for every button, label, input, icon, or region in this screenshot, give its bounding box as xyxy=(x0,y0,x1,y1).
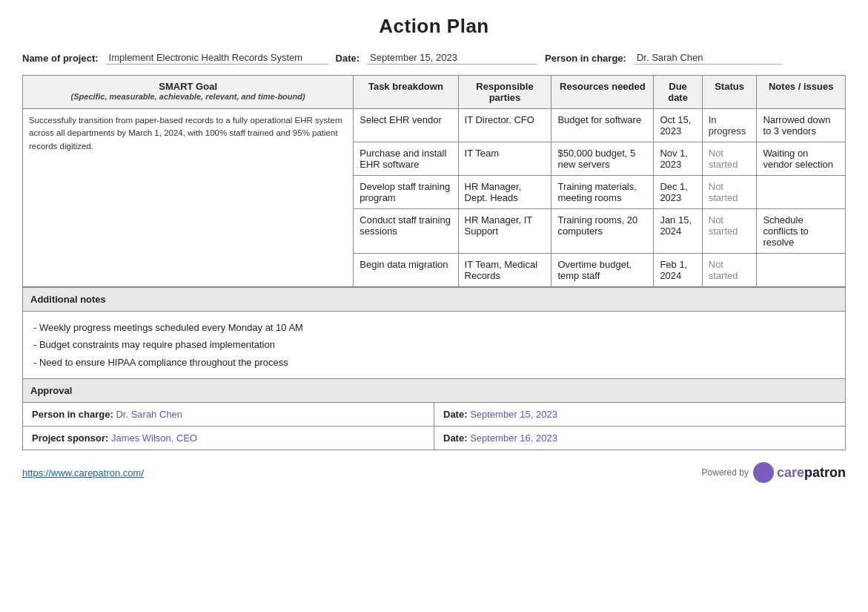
action-plan-table: SMART Goal (Specific, measurable, achiev… xyxy=(22,75,846,287)
approval-row: Project sponsor: James Wilson, CEO Date:… xyxy=(23,427,845,450)
task-cell: Develop staff training program xyxy=(354,176,458,209)
task-cell: Purchase and install EHR software xyxy=(354,142,458,176)
responsible-cell: IT Director, CFO xyxy=(458,109,551,142)
resources-cell: Training rooms, 20 computers xyxy=(551,209,654,254)
task-breakdown-header: Task breakdown xyxy=(354,76,458,109)
notes-cell: Narrowed down to 3 vendors xyxy=(757,109,846,142)
responsible-parties-header: Responsible parties xyxy=(458,76,551,109)
due-date-cell: Feb 1, 2024 xyxy=(654,254,702,287)
approval-person-value: Dr. Sarah Chen xyxy=(116,409,182,420)
responsible-cell: IT Team xyxy=(458,142,551,176)
additional-notes-content-row: - Weekly progress meetings scheduled eve… xyxy=(23,312,846,379)
responsible-cell: IT Team, Medical Records xyxy=(458,254,551,287)
notes-cell xyxy=(757,176,846,209)
additional-notes-header: Additional notes xyxy=(23,288,846,312)
status-cell: Not started xyxy=(702,254,757,287)
resources-cell: Training materials, meeting rooms xyxy=(551,176,654,209)
person-value: Dr. Sarah Chen xyxy=(634,51,782,65)
approval-date-value: September 16, 2023 xyxy=(470,432,557,444)
notes-cell xyxy=(757,254,846,287)
resources-cell: Budget for software xyxy=(551,109,654,142)
approval-date-value: September 15, 2023 xyxy=(470,409,557,420)
carepatron-link[interactable]: https://www.carepatron.com/ xyxy=(22,467,144,478)
notes-cell: Schedule conflicts to resolve xyxy=(757,209,846,254)
notes-cell: Waiting on vendor selection xyxy=(757,142,846,176)
resources-needed-header: Resources needed xyxy=(551,76,654,109)
task-cell: Conduct staff training sessions xyxy=(354,209,458,254)
meta-row: Name of project: Implement Electronic He… xyxy=(22,51,846,65)
smart-goal-title: SMART Goal xyxy=(29,81,347,92)
due-date-cell: Jan 15, 2024 xyxy=(654,209,702,254)
due-date-cell: Nov 1, 2023 xyxy=(654,142,702,176)
additional-notes-content: - Weekly progress meetings scheduled eve… xyxy=(23,312,846,379)
notes-line: - Weekly progress meetings scheduled eve… xyxy=(33,319,835,336)
approval-date-cell: Date: September 15, 2023 xyxy=(434,403,845,426)
approval-section: Approval Person in charge: Dr. Sarah Che… xyxy=(22,379,846,450)
carepatron-logo: carepatron xyxy=(753,462,846,483)
approval-rows: Person in charge: Dr. Sarah Chen Date: S… xyxy=(23,403,845,450)
due-date-cell: Oct 15, 2023 xyxy=(654,109,702,142)
approval-date-label: Date: xyxy=(443,409,468,420)
approval-person-label: Project sponsor: xyxy=(32,432,108,444)
approval-date-cell: Date: September 16, 2023 xyxy=(434,427,845,450)
approval-person-cell: Person in charge: Dr. Sarah Chen xyxy=(23,403,434,426)
status-cell: Not started xyxy=(702,209,757,254)
approval-person-cell: Project sponsor: James Wilson, CEO xyxy=(23,427,434,450)
approval-person-value: James Wilson, CEO xyxy=(111,432,197,444)
table-row: Successfully transition from paper-based… xyxy=(23,109,846,142)
notes-line: - Budget constraints may require phased … xyxy=(33,336,835,353)
resources-cell: $50,000 budget, 5 new servers xyxy=(551,142,654,176)
approval-date-label: Date: xyxy=(443,432,468,444)
due-date-header: Due date xyxy=(654,76,702,109)
notes-issues-header: Notes / issues xyxy=(757,76,846,109)
powered-by: Powered by carepatron xyxy=(702,462,846,483)
status-header: Status xyxy=(702,76,757,109)
smart-goal-desc-cell: Successfully transition from paper-based… xyxy=(23,109,354,287)
task-cell: Begin data migration xyxy=(354,254,458,287)
date-value: September 15, 2023 xyxy=(367,51,537,65)
page-title: Action Plan xyxy=(22,15,846,38)
status-cell: Not started xyxy=(702,176,757,209)
approval-row: Person in charge: Dr. Sarah Chen Date: S… xyxy=(23,403,845,427)
notes-line: - Need to ensure HIPAA compliance throug… xyxy=(33,354,835,371)
project-value: Implement Electronic Health Records Syst… xyxy=(106,51,328,65)
footer: https://www.carepatron.com/ Powered by c… xyxy=(22,462,846,483)
project-label: Name of project: xyxy=(22,53,99,64)
due-date-cell: Dec 1, 2023 xyxy=(654,176,702,209)
approval-person-label: Person in charge: xyxy=(32,409,113,420)
date-label: Date: xyxy=(336,53,360,64)
additional-notes-section: Additional notes - Weekly progress meeti… xyxy=(22,287,846,379)
brand-prefix: care xyxy=(777,465,804,480)
additional-notes-header-row: Additional notes xyxy=(23,288,846,312)
person-label: Person in charge: xyxy=(545,53,626,64)
status-cell: In progress xyxy=(702,109,757,142)
approval-header: Approval xyxy=(23,379,845,403)
powered-by-label: Powered by xyxy=(702,467,749,478)
resources-cell: Overtime budget, temp staff xyxy=(551,254,654,287)
carepatron-brand: carepatron xyxy=(777,465,846,481)
responsible-cell: HR Manager, IT Support xyxy=(458,209,551,254)
smart-goal-subtitle: (Specific, measurable, achievable, relev… xyxy=(29,92,347,101)
status-cell: Not started xyxy=(702,142,757,176)
task-cell: Select EHR vendor xyxy=(354,109,458,142)
carepatron-icon xyxy=(753,462,774,483)
smart-goal-header: SMART Goal (Specific, measurable, achiev… xyxy=(23,76,354,109)
responsible-cell: HR Manager, Dept. Heads xyxy=(458,176,551,209)
